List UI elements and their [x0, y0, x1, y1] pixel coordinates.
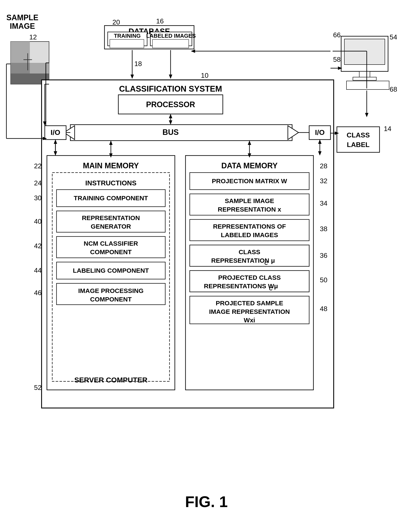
svg-text:LABELING COMPONENT: LABELING COMPONENT	[73, 267, 149, 274]
svg-text:COMPONENT: COMPONENT	[90, 248, 132, 256]
svg-text:36: 36	[320, 252, 327, 259]
svg-text:12: 12	[29, 33, 37, 41]
svg-rect-16	[110, 39, 144, 48]
svg-text:42: 42	[34, 242, 42, 250]
svg-rect-47	[70, 125, 292, 141]
svg-text:PROJECTION MATRIX W: PROJECTION MATRIX W	[212, 178, 287, 184]
svg-text:10: 10	[201, 72, 208, 79]
svg-text:LABELED IMAGES: LABELED IMAGES	[146, 33, 196, 39]
svg-text:CLASSIFICATION SYSTEM: CLASSIFICATION SYSTEM	[119, 84, 222, 93]
svg-text:C: C	[269, 286, 273, 292]
svg-text:40: 40	[34, 218, 42, 225]
svg-text:50: 50	[320, 276, 327, 284]
svg-text:22: 22	[34, 162, 42, 170]
svg-text:20: 20	[112, 18, 120, 26]
svg-text:28: 28	[320, 162, 327, 170]
svg-text:46: 46	[34, 289, 42, 297]
svg-text:48: 48	[320, 305, 327, 313]
svg-text:IMAGE: IMAGE	[10, 22, 35, 30]
svg-text:TRAINING COMPONENT: TRAINING COMPONENT	[74, 195, 148, 201]
svg-text:INSTRUCTIONS: INSTRUCTIONS	[85, 179, 137, 187]
svg-rect-30	[346, 81, 389, 89]
svg-text:SERVER COMPUTER: SERVER COMPUTER	[74, 376, 147, 384]
svg-text:MAIN MEMORY: MAIN MEMORY	[83, 161, 139, 170]
svg-text:30: 30	[34, 194, 42, 202]
svg-text:CLASS: CLASS	[239, 248, 260, 256]
svg-text:GENERATOR: GENERATOR	[91, 223, 131, 230]
svg-text:34: 34	[320, 200, 327, 207]
svg-text:16: 16	[156, 17, 164, 25]
svg-text:REPRESENTATION x: REPRESENTATION x	[218, 206, 281, 213]
svg-text:C: C	[264, 261, 268, 266]
svg-text:I/O: I/O	[315, 128, 324, 136]
svg-text:24: 24	[34, 179, 42, 187]
svg-text:BUS: BUS	[162, 128, 179, 137]
svg-rect-27	[344, 39, 385, 65]
svg-text:DATA  MEMORY: DATA MEMORY	[221, 161, 278, 170]
svg-text:I/O: I/O	[50, 128, 60, 136]
svg-text:CLASS: CLASS	[347, 131, 370, 139]
svg-text:58: 58	[333, 56, 341, 63]
svg-text:LABEL: LABEL	[347, 141, 370, 149]
svg-text:IMAGE PROCESSING: IMAGE PROCESSING	[78, 287, 144, 294]
svg-text:44: 44	[34, 266, 42, 274]
svg-rect-29	[353, 77, 376, 80]
svg-text:18: 18	[134, 60, 142, 67]
svg-text:PROJECTED  SAMPLE: PROJECTED SAMPLE	[216, 300, 283, 307]
figure-label: FIG. 1	[185, 493, 228, 510]
svg-text:68: 68	[390, 86, 397, 93]
svg-rect-28	[359, 71, 370, 78]
svg-text:NCM CLASSIFIER: NCM CLASSIFIER	[84, 240, 138, 247]
svg-text:32: 32	[320, 177, 327, 185]
svg-text:REPRESENTATIONS OF: REPRESENTATIONS OF	[213, 223, 286, 230]
svg-text:LABELED IMAGES: LABELED IMAGES	[221, 231, 278, 238]
svg-text:PROCESSOR: PROCESSOR	[146, 100, 195, 109]
svg-rect-6	[11, 63, 30, 74]
svg-text:REPRESENTATION: REPRESENTATION	[82, 214, 140, 221]
svg-text:66: 66	[333, 31, 341, 39]
svg-text:52: 52	[34, 384, 42, 391]
svg-text:54: 54	[390, 33, 397, 41]
svg-text:COMPONENT: COMPONENT	[90, 296, 132, 303]
svg-text:38: 38	[320, 225, 327, 233]
svg-text:PROJECTED CLASS: PROJECTED CLASS	[218, 274, 281, 281]
sample-image-label: SAMPLE	[6, 13, 38, 22]
diagram-container: SAMPLE IMAGE 12 DATABASE 16 TRAINING IMA…	[0, 0, 413, 532]
svg-text:REPRESENTATIONS Wμ: REPRESENTATIONS Wμ	[204, 283, 278, 290]
svg-rect-19	[152, 39, 189, 48]
svg-text:Wxi: Wxi	[244, 317, 255, 324]
svg-text:SAMPLE IMAGE: SAMPLE IMAGE	[225, 197, 274, 204]
svg-text:IMAGE REPRESENTATION: IMAGE REPRESENTATION	[209, 308, 290, 315]
svg-rect-66	[337, 127, 380, 152]
svg-text:14: 14	[384, 125, 392, 133]
